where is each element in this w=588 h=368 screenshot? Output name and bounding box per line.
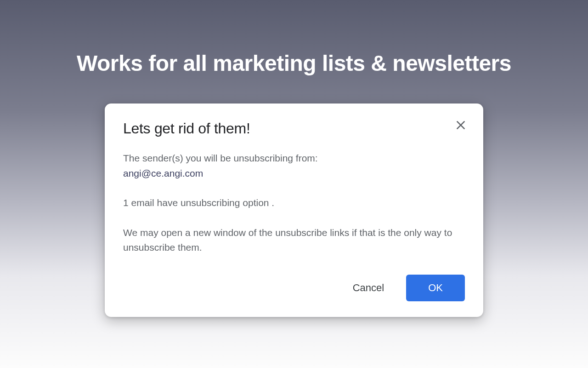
modal-note: We may open a new window of the unsubscr… <box>123 225 465 255</box>
modal-footer: Cancel OK <box>123 275 465 301</box>
ok-button[interactable]: OK <box>406 275 465 301</box>
close-icon <box>455 119 467 132</box>
sender-email: angi@ce.angi.com <box>123 166 465 181</box>
page-headline: Works for all marketing lists & newslett… <box>0 51 588 76</box>
unsubscribe-count-info: 1 email have unsubscribing option . <box>123 196 465 211</box>
modal-body: The sender(s) you will be unsubscribing … <box>123 151 465 255</box>
close-button[interactable] <box>455 119 467 132</box>
modal-title: Lets get rid of them! <box>123 120 250 137</box>
sender-intro-text: The sender(s) you will be unsubscribing … <box>123 151 465 166</box>
modal-header: Lets get rid of them! <box>123 120 465 137</box>
cancel-button[interactable]: Cancel <box>349 276 388 299</box>
unsubscribe-modal: Lets get rid of them! The sender(s) you … <box>105 104 483 317</box>
